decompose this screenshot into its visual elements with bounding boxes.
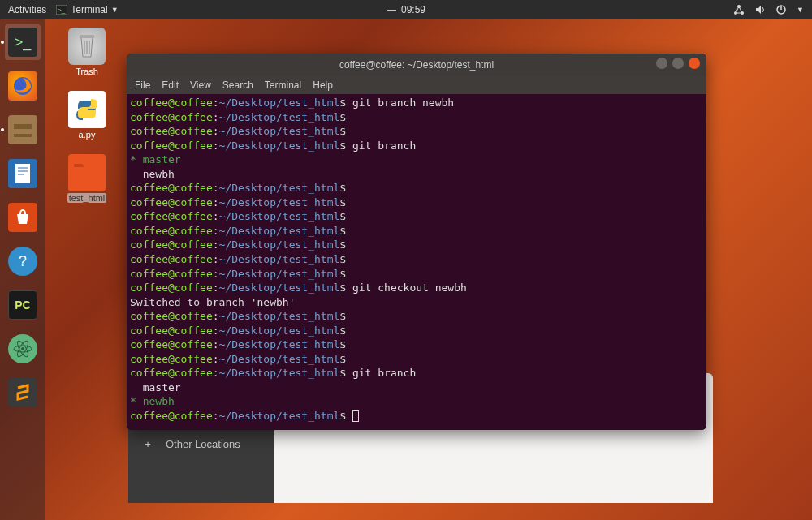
window-title: coffee@coffee: ~/Desktop/test_html [339,59,494,71]
terminal-line: coffee@coffee:~/Desktop/test_html$ [130,110,703,125]
desktop-icon-label: a.py [77,130,97,140]
terminal-line: coffee@coffee:~/Desktop/test_html$ [130,252,703,267]
gnome-top-bar: Activities >_ Terminal ▼ —09:59 ▼ [0,0,812,19]
sidebar-item-label: Other Locations [166,438,240,450]
help-icon: ? [8,247,37,276]
activities-button[interactable]: Activities [8,4,46,15]
terminal-icon: >_ [8,28,37,57]
menu-view[interactable]: View [190,80,211,91]
menu-terminal[interactable]: Terminal [265,80,301,91]
svg-rect-8 [14,124,32,129]
power-icon[interactable] [775,4,787,15]
terminal-line: coffee@coffee:~/Desktop/test_html$ [130,267,703,281]
launcher-help[interactable]: ? [5,243,41,279]
clock-time: 09:59 [401,4,425,15]
sublime-icon [8,378,37,407]
cursor [352,410,359,422]
pycharm-icon: PC [8,290,37,320]
window-close-button[interactable] [689,58,700,69]
firefox-icon [8,71,37,101]
window-minimize-button[interactable] [656,58,667,69]
launcher-software[interactable] [5,200,41,235]
terminal-line: * newbh [130,394,703,409]
terminal-line: coffee@coffee:~/Desktop/test_html$ git b… [130,139,703,153]
shopping-bag-icon [8,203,37,232]
terminal-line: coffee@coffee:~/Desktop/test_html$ [130,409,703,423]
menu-file[interactable]: File [135,80,150,91]
terminal-line: * master [130,153,703,167]
terminal-line: coffee@coffee:~/Desktop/test_html$ [130,352,703,367]
folder-icon [68,154,106,191]
svg-rect-9 [14,129,32,134]
svg-rect-10 [14,134,32,137]
terminal-line: coffee@coffee:~/Desktop/test_html$ [130,324,703,338]
launcher-files[interactable] [5,112,41,148]
window-maximize-button[interactable] [672,58,684,69]
network-icon[interactable] [733,4,745,15]
menu-search[interactable]: Search [222,80,253,91]
terminal-menubar: File Edit View Search Terminal Help [127,76,706,94]
clock[interactable]: —09:59 [387,4,425,15]
svg-rect-19 [80,35,94,38]
terminal-icon: >_ [56,5,67,15]
volume-icon[interactable] [754,4,766,15]
launcher-dock: >_ ? PC [0,19,45,520]
terminal-line: coffee@coffee:~/Desktop/test_html$ git c… [130,281,703,295]
terminal-line: master [130,380,703,395]
terminal-line: coffee@coffee:~/Desktop/test_html$ git b… [130,96,703,110]
chevron-down-icon: ▼ [797,6,804,14]
terminal-line: Switched to branch 'newbh' [130,295,703,310]
launcher-pycharm[interactable]: PC [5,287,41,323]
terminal-line: coffee@coffee:~/Desktop/test_html$ [130,224,703,239]
svg-point-18 [21,347,24,350]
desktop-icon-label: Trash [74,67,100,76]
launcher-atom[interactable] [5,331,41,367]
document-icon [8,159,37,188]
terminal-line: coffee@coffee:~/Desktop/test_html$ [130,238,703,252]
terminal-line: coffee@coffee:~/Desktop/test_html$ [130,309,703,324]
terminal-line: coffee@coffee:~/Desktop/test_html$ [130,196,703,210]
desktop-icons: Trash a.py test_html [58,28,115,203]
terminal-line: coffee@coffee:~/Desktop/test_html$ [130,337,703,352]
terminal-line: newbh [130,167,703,182]
menu-edit[interactable]: Edit [162,80,179,91]
svg-text:>_: >_ [58,6,66,14]
terminal-window: coffee@coffee: ~/Desktop/test_html File … [127,54,706,430]
desktop-icon-trash[interactable]: Trash [58,28,115,76]
terminal-line: coffee@coffee:~/Desktop/test_html$ [130,209,703,224]
launcher-firefox[interactable] [5,68,41,104]
launcher-writer[interactable] [5,156,41,191]
chevron-down-icon: ▼ [111,6,119,14]
terminal-body[interactable]: coffee@coffee:~/Desktop/test_html$ git b… [127,94,706,430]
launcher-terminal[interactable]: >_ [5,24,41,60]
desktop-icon-test-html[interactable]: test_html [58,154,115,203]
terminal-line: coffee@coffee:~/Desktop/test_html$ [130,181,703,196]
terminal-line: coffee@coffee:~/Desktop/test_html$ git b… [130,366,703,380]
python-file-icon [68,91,106,128]
trash-icon [68,28,106,65]
sidebar-item-other[interactable]: + Other Locations [128,432,274,457]
launcher-sublime[interactable] [5,375,41,410]
terminal-line: coffee@coffee:~/Desktop/test_html$ [130,124,703,139]
menu-help[interactable]: Help [313,80,333,91]
files-icon [8,115,37,144]
app-indicator[interactable]: >_ Terminal ▼ [56,4,118,15]
app-indicator-label: Terminal [71,4,107,15]
desktop-icon-label: test_html [67,193,107,203]
window-titlebar[interactable]: coffee@coffee: ~/Desktop/test_html [127,54,706,76]
desktop-icon-apy[interactable]: a.py [58,91,115,140]
atom-icon [8,334,37,363]
svg-rect-11 [15,164,30,183]
plus-icon: + [141,438,154,450]
